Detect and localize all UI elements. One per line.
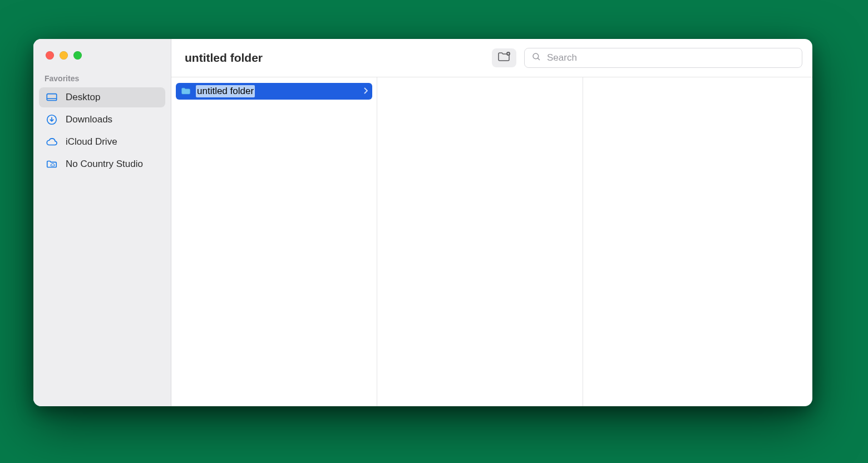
close-window-button[interactable] [46,51,54,60]
file-row[interactable]: untitled folder [176,83,372,100]
window-controls [33,39,171,67]
sidebar-item-label: iCloud Drive [66,136,117,147]
column-1[interactable]: untitled folder [171,77,377,406]
column-2[interactable] [377,77,583,406]
sidebar-item-icloud-drive[interactable]: iCloud Drive [39,132,165,152]
file-name-editing[interactable]: untitled folder [196,85,255,97]
sidebar-item-label: Desktop [66,92,100,103]
new-folder-icon [497,51,511,65]
sidebar-item-desktop[interactable]: Desktop [39,87,165,107]
column-3[interactable] [583,77,812,406]
search-field[interactable] [524,48,802,68]
svg-rect-0 [47,94,56,101]
window-title: untitled folder [185,51,263,65]
download-icon [46,114,58,126]
sidebar-item-downloads[interactable]: Downloads [39,110,165,130]
sidebar-item-no-country-studio[interactable]: No Country Studio [39,154,165,174]
search-input[interactable] [547,52,795,63]
zoom-window-button[interactable] [73,51,82,60]
toolbar: untitled folder [171,39,812,77]
main-content: untitled folder [171,39,812,406]
cloud-icon [46,136,58,148]
finder-window: Favorites Desktop Downloads [33,39,812,406]
desktop-icon [46,91,58,104]
svg-line-5 [537,58,540,60]
sidebar: Favorites Desktop Downloads [33,39,171,406]
folder-cloud-icon [46,158,58,170]
chevron-right-icon [363,87,368,96]
new-folder-button[interactable] [492,48,516,67]
minimize-window-button[interactable] [60,51,68,60]
svg-point-4 [533,53,539,59]
sidebar-section-favorites: Favorites [33,67,171,86]
folder-icon [180,86,191,97]
sidebar-item-label: Downloads [66,114,112,125]
column-view: untitled folder [171,77,812,406]
search-icon [531,52,541,64]
sidebar-item-label: No Country Studio [66,159,143,170]
